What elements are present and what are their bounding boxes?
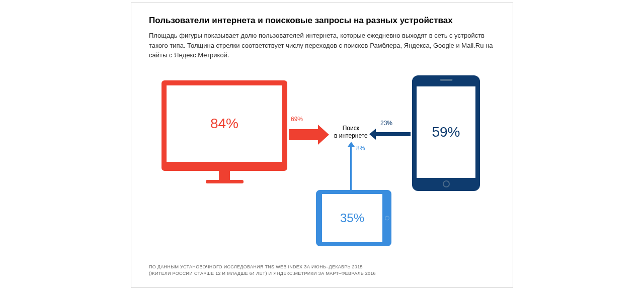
- phone-speaker-icon: [440, 79, 452, 81]
- center-node-label: Поиск в интернете: [334, 125, 368, 140]
- desktop-icon: 84%: [162, 80, 287, 183]
- footnote-line1: ПО ДАННЫМ УСТАНОВОЧНОГО ИССЛЕДОВАНИЯ TNS…: [149, 264, 363, 269]
- desktop-arrow-icon: [289, 125, 329, 145]
- infographic-card: Пользователи интернета и поисковые запро…: [131, 3, 513, 288]
- tablet-arrow-label: 8%: [356, 145, 365, 152]
- footnote-line2: (ЖИТЕЛИ РОССИИ СТАРШЕ 12 И МЛАДШЕ 64 ЛЕТ…: [149, 271, 376, 276]
- tablet-icon: 35%: [316, 190, 391, 246]
- center-label-line1: Поиск: [343, 125, 359, 132]
- tablet-arrow-icon: [350, 142, 355, 190]
- diagram-area: 84% 69% Поиск в интернете 23% 59%: [149, 75, 495, 261]
- desktop-value: 84%: [210, 116, 238, 132]
- desktop-stand: [219, 171, 230, 180]
- chart-subtitle: Площадь фигуры показывает долю пользоват…: [149, 31, 495, 60]
- phone-arrow-icon: [369, 129, 411, 140]
- desktop-arrow-label: 69%: [291, 116, 303, 123]
- tablet-value: 35%: [340, 211, 364, 225]
- chart-title: Пользователи интернета и поисковые запро…: [149, 16, 495, 26]
- phone-arrow-label: 23%: [380, 120, 392, 127]
- tablet-body: 35%: [316, 190, 391, 246]
- desktop-base: [206, 180, 244, 183]
- footnote: ПО ДАННЫМ УСТАНОВОЧНОГО ИССЛЕДОВАНИЯ TNS…: [149, 264, 495, 277]
- phone-body: 59%: [412, 75, 480, 191]
- desktop-screen: 84%: [162, 80, 287, 171]
- tablet-home-button-icon: [385, 216, 389, 220]
- phone-icon: 59%: [412, 75, 480, 191]
- center-label-line2: в интернете: [334, 132, 368, 139]
- phone-home-button-icon: [443, 180, 450, 187]
- phone-value: 59%: [432, 124, 460, 140]
